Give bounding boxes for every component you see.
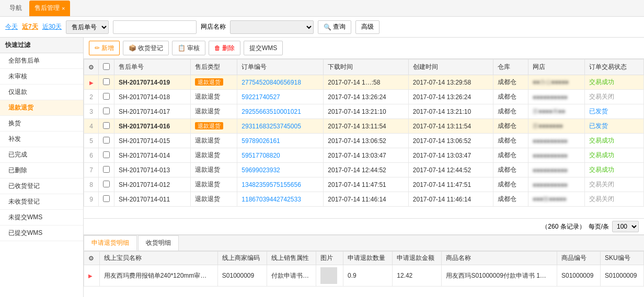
row-create-time: 2017-07-14 13:26:24 bbox=[408, 90, 493, 104]
row-triangle-cell: ▶ bbox=[84, 75, 99, 90]
wms-button[interactable]: 提交WMS bbox=[244, 41, 283, 55]
shop-select[interactable] bbox=[230, 20, 314, 34]
row-aftersale-type: 退款退货 bbox=[190, 134, 237, 148]
row-checkbox[interactable] bbox=[103, 93, 110, 100]
row-checkbox-cell bbox=[99, 177, 114, 192]
sidebar-item-wms[interactable]: 已提交WMS bbox=[0, 225, 83, 241]
row-checkbox[interactable] bbox=[103, 78, 110, 85]
col-settings[interactable]: ⚙ bbox=[84, 60, 99, 75]
row-checkbox-cell bbox=[99, 104, 114, 119]
sidebar-item-not-wms[interactable]: 未提交WMS bbox=[0, 210, 83, 225]
sidebar-item-received[interactable]: 已收货登记 bbox=[0, 179, 83, 194]
toolbar: ✏ 新增 📦 收货登记 📋 审核 🗑 删除 提交WMS bbox=[84, 38, 644, 59]
row-create-time: 2017-07-14 13:21:10 bbox=[408, 104, 493, 119]
sidebar-item-pending[interactable]: 未审核 bbox=[0, 69, 83, 85]
sidebar-item-all[interactable]: 全部售后单 bbox=[0, 53, 83, 69]
nav-tab-close-icon[interactable]: × bbox=[62, 5, 65, 11]
delete-icon: 🗑 bbox=[214, 44, 221, 52]
col-aftersale-id: 售后单号 bbox=[114, 60, 191, 75]
detail-triangle-cell: ▶ bbox=[84, 265, 100, 287]
dcol-settings[interactable]: ⚙ bbox=[84, 252, 100, 265]
detail-refund-amt: 12.42 bbox=[393, 265, 442, 287]
filter-last30[interactable]: 近30天 bbox=[42, 22, 62, 31]
row-create-time: 2017-07-14 11:47:51 bbox=[408, 177, 493, 192]
delete-button[interactable]: 🗑 删除 bbox=[209, 41, 240, 55]
row-aftersale-type: 退款退货 bbox=[190, 192, 237, 207]
row-checkbox[interactable] bbox=[103, 151, 110, 158]
row-create-time: 2017-07-14 13:03:47 bbox=[408, 148, 493, 163]
sidebar-item-exchange[interactable]: 换货 bbox=[0, 116, 83, 132]
select-all-checkbox[interactable] bbox=[103, 63, 110, 70]
row-create-time: 2017-07-14 12:44:52 bbox=[408, 163, 493, 177]
per-page-label: 每页/条 bbox=[589, 222, 609, 231]
sidebar-item-not-received[interactable]: 未收货登记 bbox=[0, 194, 83, 210]
query-button[interactable]: 🔍 查询 bbox=[318, 20, 351, 34]
row-triangle-cell: 9 bbox=[84, 192, 99, 207]
product-thumbnail bbox=[320, 267, 337, 284]
row-triangle-cell: 2 bbox=[84, 90, 99, 104]
dcol-sku-code: SKU编号 bbox=[600, 252, 643, 265]
sidebar-item-refund-return[interactable]: 退款退货 bbox=[0, 100, 83, 116]
row-checkbox[interactable] bbox=[103, 181, 110, 187]
row-checkbox[interactable] bbox=[103, 166, 110, 173]
receive-button[interactable]: 📦 收货登记 bbox=[123, 41, 169, 55]
row-triangle-cell: 4 bbox=[84, 119, 99, 134]
nav-home[interactable]: 导航 bbox=[4, 2, 27, 15]
audit-button[interactable]: 📋 审核 bbox=[172, 41, 205, 55]
row-aftersale-type: 退款退货 bbox=[190, 177, 237, 192]
add-button[interactable]: ✏ 新增 bbox=[89, 41, 120, 55]
col-shop: 网店 bbox=[528, 60, 585, 75]
row-checkbox[interactable] bbox=[103, 195, 110, 202]
row-checkbox[interactable] bbox=[103, 122, 110, 129]
row-aftersale-id: SH-20170714-016 bbox=[114, 119, 191, 134]
main-table-wrap: ⚙ 售后单号 售后类型 订单编号 下载时间 创建时间 仓库 网店 订单交易状态 … bbox=[84, 59, 644, 218]
row-checkbox[interactable] bbox=[103, 137, 110, 144]
detail-goods-full-name: 用友西玛S01000009付款申请书 1… bbox=[442, 265, 557, 287]
search-icon: 🔍 bbox=[324, 23, 331, 31]
sidebar-item-refund-only[interactable]: 仅退款 bbox=[0, 85, 83, 100]
row-warehouse: 成都仓 bbox=[493, 75, 528, 90]
row-triangle-cell: 8 bbox=[84, 177, 99, 192]
row-warehouse: 成都仓 bbox=[493, 104, 528, 119]
advanced-button[interactable]: 高级 bbox=[355, 20, 380, 34]
dcol-goods-code: 商品编号 bbox=[557, 252, 600, 265]
tab-receive-detail[interactable]: 收货明细 bbox=[138, 235, 179, 251]
plus-icon: ✏ bbox=[95, 44, 100, 52]
row-download-time: 2017-07-14 13:06:52 bbox=[324, 134, 408, 148]
per-page-select[interactable]: 100 50 200 bbox=[612, 221, 639, 232]
field-type-select[interactable]: 售后单号 bbox=[66, 20, 109, 34]
table-row: 6SH-20170714-014退款退货595177088202017-07-1… bbox=[84, 148, 644, 163]
table-row: ▶SH-20170714-019退款退货27754520840656918201… bbox=[84, 75, 644, 90]
row-status: 交易成功 bbox=[585, 75, 644, 90]
row-order-id: 59789026161 bbox=[237, 134, 324, 148]
detail-goods-name: 用友西玛费用报销单240*120mm审… bbox=[99, 265, 217, 287]
tab-refund-detail[interactable]: 申请退货明细 bbox=[84, 235, 137, 251]
row-warehouse: 成都仓 bbox=[493, 134, 528, 148]
row-aftersale-type: 退款退货 bbox=[190, 119, 237, 134]
search-input[interactable] bbox=[113, 20, 197, 34]
row-checkbox[interactable] bbox=[103, 108, 110, 114]
dcol-sale-attr: 线上销售属性 bbox=[267, 252, 316, 265]
row-status: 交易成功 bbox=[585, 163, 644, 177]
row-aftersale-type: 退款退货 bbox=[190, 104, 237, 119]
row-triangle-cell: 5 bbox=[84, 134, 99, 148]
row-create-time: 2017-07-14 13:11:54 bbox=[408, 119, 493, 134]
filter-today[interactable]: 今天 bbox=[5, 22, 18, 31]
sidebar-item-deleted[interactable]: 已删除 bbox=[0, 163, 83, 179]
filter-last7[interactable]: 近7天 bbox=[22, 22, 38, 31]
table-row: 4SH-20170714-016退款退货29311683253745005201… bbox=[84, 119, 644, 134]
top-nav: 导航 售后管理 × bbox=[0, 0, 644, 17]
row-triangle-cell: 7 bbox=[84, 163, 99, 177]
sidebar-item-completed[interactable]: 已完成 bbox=[0, 147, 83, 163]
detail-sale-attr: 付款申请书… bbox=[267, 265, 316, 287]
row-order-id: 59221740527 bbox=[237, 90, 324, 104]
nav-tab-aftersale[interactable]: 售后管理 × bbox=[29, 1, 70, 16]
col-checkbox bbox=[99, 60, 114, 75]
row-shop: ■■■致■■■■■ bbox=[528, 192, 585, 207]
row-shop: 苏■■■■寿■■ bbox=[528, 104, 585, 119]
row-shop: 苏■■■■■■■ bbox=[528, 119, 585, 134]
row-warehouse: 成都仓 bbox=[493, 163, 528, 177]
sidebar-item-reissue[interactable]: 补发 bbox=[0, 132, 83, 147]
col-order-id: 订单编号 bbox=[237, 60, 324, 75]
row-download-time: 2017-07-14 13:21:10 bbox=[324, 104, 408, 119]
